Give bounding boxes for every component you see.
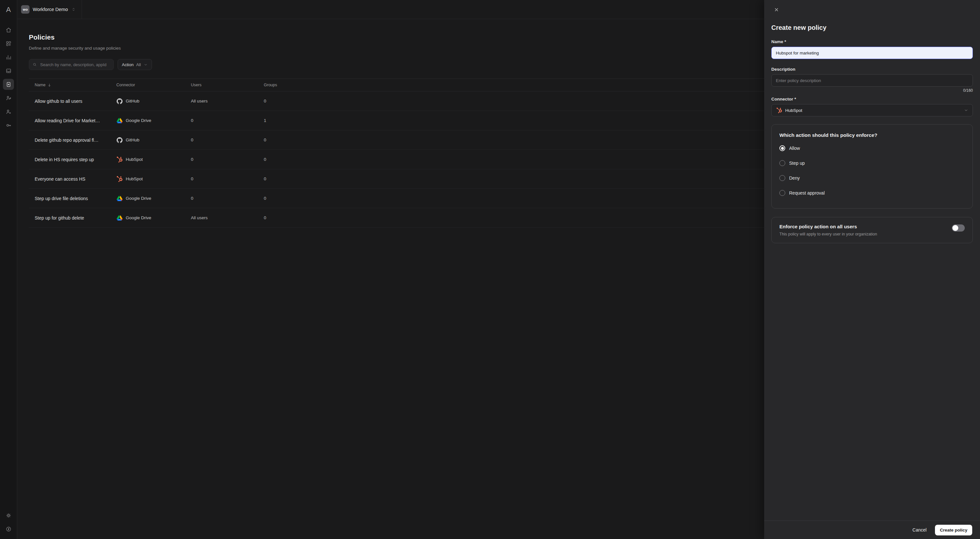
table-header-row: Name Connector Users Groups <box>29 78 764 91</box>
radio-unselected-icon <box>780 175 785 181</box>
workspace-badge: wo <box>21 5 30 14</box>
action-question: Which action should this policy enforce? <box>780 132 965 138</box>
close-drawer-button[interactable] <box>771 5 782 15</box>
bar-chart-icon <box>5 54 12 60</box>
sidebar-item-add-user[interactable] <box>3 106 14 117</box>
policies-page: Policies Define and manage security and … <box>17 19 764 539</box>
search-input[interactable] <box>40 62 110 67</box>
sidebar-item-analytics[interactable] <box>3 51 14 62</box>
chevron-down-icon <box>143 62 148 67</box>
column-header-name[interactable]: Name <box>29 83 110 87</box>
chevron-down-icon <box>964 108 968 113</box>
hubspot-icon <box>116 156 123 163</box>
radio-unselected-icon <box>780 160 785 166</box>
enforce-toggle[interactable] <box>952 225 965 231</box>
sidebar-footer <box>3 510 14 539</box>
table-row[interactable]: Allow reading Drive for Market… Google D… <box>29 111 764 130</box>
document-plus-icon <box>5 81 12 88</box>
table-controls: Action All <box>29 59 764 70</box>
page-title: Policies <box>29 33 764 41</box>
key-icon <box>5 122 12 128</box>
sidebar: A <box>0 0 17 539</box>
enforce-subtitle: This policy will apply to every user in … <box>780 232 877 236</box>
action-card: Which action should this policy enforce?… <box>771 124 973 209</box>
create-policy-drawer: Create new policy Name * Description 0/1… <box>764 0 980 539</box>
column-header-users: Users <box>185 83 258 87</box>
search-box[interactable] <box>29 59 114 70</box>
action-options: Allow Step up Deny Request approval <box>780 141 965 201</box>
action-filter-value: All <box>136 62 141 67</box>
description-label: Description <box>771 67 973 72</box>
sidebar-item-apps[interactable] <box>3 38 14 49</box>
google-drive-icon <box>116 215 123 221</box>
name-label: Name * <box>771 39 973 44</box>
policies-table: Name Connector Users Groups Allow github… <box>29 78 764 228</box>
sidebar-item-help[interactable] <box>3 523 14 534</box>
apps-grid-icon <box>5 40 12 47</box>
workspace-selector[interactable]: wo Workforce Demo <box>17 0 82 19</box>
unfold-icon <box>71 7 76 12</box>
cancel-button[interactable]: Cancel <box>911 527 929 533</box>
sidebar-item-settings[interactable] <box>3 510 14 521</box>
enforce-text: Enforce policy action on all users This … <box>780 224 877 236</box>
connector-select[interactable]: HubSpot <box>771 104 973 116</box>
radio-selected-icon <box>780 145 785 151</box>
radio-option-step-up[interactable]: Step up <box>780 156 965 171</box>
app-logo: A <box>0 0 17 19</box>
google-drive-icon <box>116 117 123 124</box>
search-icon <box>32 62 37 67</box>
workspace-name: Workforce Demo <box>33 7 68 12</box>
action-filter-label: Action <box>122 62 134 67</box>
create-policy-button[interactable]: Create policy <box>935 525 972 536</box>
table-row[interactable]: Delete in HS requires step up HubSpot 0 … <box>29 150 764 169</box>
hubspot-icon <box>776 107 782 113</box>
user-add-icon <box>5 108 12 115</box>
page-subtitle: Define and manage security and usage pol… <box>29 46 764 51</box>
drawer-footer: Cancel Create policy <box>764 520 980 539</box>
table-row[interactable]: Step up drive file deletions Google Driv… <box>29 189 764 208</box>
sidebar-item-home[interactable] <box>3 24 14 35</box>
column-header-groups: Groups <box>258 83 764 87</box>
drawer-title: Create new policy <box>771 24 973 32</box>
sidebar-item-access-keys[interactable] <box>3 120 14 131</box>
hubspot-icon <box>116 176 123 182</box>
char-counter: 0/160 <box>771 88 973 93</box>
table-row[interactable]: Delete github repo approval fl… GitHub 0… <box>29 130 764 150</box>
action-filter-button[interactable]: Action All <box>118 59 152 70</box>
radio-unselected-icon <box>780 190 785 196</box>
user-edit-icon <box>5 95 12 101</box>
sort-descending-icon <box>47 83 51 87</box>
policy-name-input[interactable] <box>771 47 973 59</box>
app-root: A wo Workforce Demo Policies Defi <box>0 0 980 539</box>
radio-option-deny[interactable]: Deny <box>780 171 965 185</box>
table-row[interactable]: Allow github to all users GitHub All use… <box>29 91 764 111</box>
connector-select-value: HubSpot <box>785 108 961 113</box>
radio-option-request-approval[interactable]: Request approval <box>780 185 965 201</box>
close-icon <box>774 7 779 12</box>
table-row[interactable]: Everyone can access HS HubSpot 0 0 <box>29 169 764 189</box>
sidebar-item-roles[interactable] <box>3 92 14 104</box>
inbox-icon <box>5 68 12 74</box>
main-column: wo Workforce Demo Policies Define and ma… <box>17 0 764 539</box>
connector-label: Connector * <box>771 97 973 102</box>
lightning-circle-icon <box>5 526 12 532</box>
github-icon <box>116 137 123 144</box>
gear-icon <box>5 512 12 518</box>
enforce-title: Enforce policy action on all users <box>780 224 877 229</box>
radio-option-allow[interactable]: Allow <box>780 141 965 156</box>
sidebar-item-inbox[interactable] <box>3 65 14 76</box>
table-row[interactable]: Step up for github delete Google Drive A… <box>29 208 764 228</box>
column-header-connector: Connector <box>110 83 185 87</box>
policy-description-input[interactable] <box>771 74 973 86</box>
sidebar-item-policies[interactable] <box>3 79 14 90</box>
github-icon <box>116 98 123 104</box>
sidebar-nav <box>0 19 17 510</box>
drawer-body: Create new policy Name * Description 0/1… <box>764 0 980 520</box>
enforce-card: Enforce policy action on all users This … <box>771 217 973 243</box>
google-drive-icon <box>116 195 123 202</box>
topbar: wo Workforce Demo <box>17 0 764 19</box>
home-icon <box>5 27 12 33</box>
